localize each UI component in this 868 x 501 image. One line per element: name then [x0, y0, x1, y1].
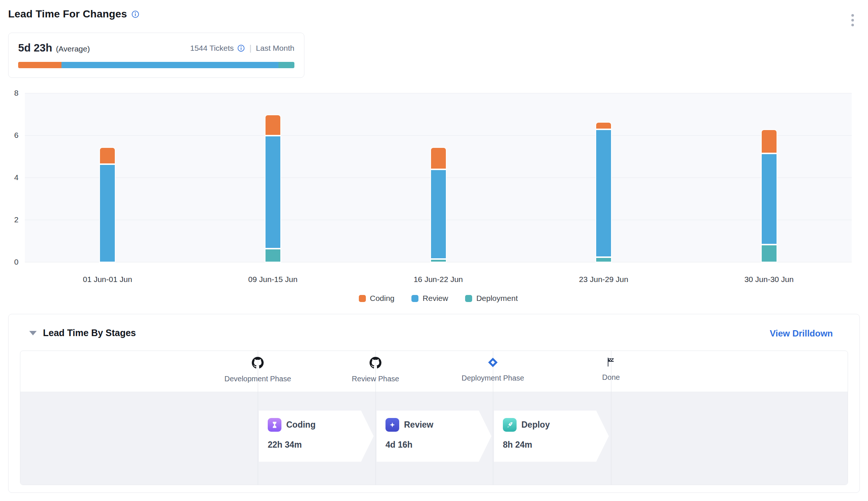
- bar-23Jun-29Jun-review[interactable]: [595, 129, 612, 257]
- summary-bar-segment-review: [61, 62, 278, 68]
- bar-09Jun-15Jun-review[interactable]: [265, 136, 281, 249]
- bar-30Jun-30Jun-deployment[interactable]: [761, 245, 777, 262]
- bar-01Jun-01Jun-review[interactable]: [99, 164, 116, 262]
- stages-table: Development Phase Review Phase Deploymen…: [20, 351, 848, 485]
- summary-distribution-bar: [18, 62, 294, 68]
- stages-panel-title: Lead Time By Stages: [43, 328, 136, 338]
- phase-label: Development Phase: [224, 375, 291, 383]
- sparkle-icon: [385, 418, 399, 432]
- legend-item-coding[interactable]: Coding: [359, 294, 395, 303]
- y-tick-label: 2: [2, 215, 19, 224]
- summary-bar-segment-deployment: [278, 62, 294, 68]
- x-tick-label: 09 Jun-15 Jun: [214, 275, 332, 284]
- stage-duration: 22h 34m: [268, 440, 374, 450]
- phase-done: Done: [555, 357, 667, 382]
- stage-card-coding[interactable]: Coding 22h 34m: [259, 411, 374, 462]
- bar-30Jun-30Jun-review[interactable]: [761, 153, 777, 244]
- stage-title: Coding: [286, 420, 316, 430]
- average-label: (Average): [56, 44, 90, 53]
- lead-time-by-stages-panel: Lead Time By Stages View Drilldown Devel…: [8, 314, 860, 493]
- stage-card-review[interactable]: Review 4d 16h: [377, 411, 491, 462]
- summary-card: 5d 23h (Average) 1544 Tickets | Last Mon…: [8, 33, 304, 78]
- phase-label: Done: [602, 373, 620, 382]
- y-tick-label: 0: [2, 258, 19, 266]
- bar-30Jun-30Jun-coding[interactable]: [761, 129, 777, 154]
- legend-item-deployment[interactable]: Deployment: [465, 294, 518, 303]
- x-tick-label: 16 Jun-22 Jun: [379, 275, 498, 284]
- stage-duration: 4d 16h: [385, 440, 491, 450]
- legend-label: Review: [423, 294, 448, 303]
- y-tick-label: 4: [2, 173, 19, 182]
- summary-bar-segment-coding: [18, 62, 61, 68]
- chart-plot-area: [25, 93, 852, 262]
- widget-header: Lead Time For Changes: [8, 8, 139, 20]
- phase-deployment: Deployment Phase: [437, 357, 548, 382]
- legend-swatch-icon: [465, 295, 472, 302]
- separator: |: [249, 43, 251, 53]
- average-lead-time: 5d 23h: [18, 42, 52, 54]
- phase-review: Review Phase: [320, 357, 431, 383]
- bar-16Jun-22Jun-coding[interactable]: [430, 147, 447, 169]
- bar-16Jun-22Jun-deployment[interactable]: [430, 259, 447, 262]
- tickets-info-icon[interactable]: [237, 44, 245, 52]
- checkered-flag-icon: [606, 357, 616, 369]
- legend-item-review[interactable]: Review: [411, 294, 448, 303]
- stage-card-deploy[interactable]: Deploy 8h 24m: [494, 411, 609, 462]
- deployment-diamond-icon: [487, 357, 498, 369]
- x-tick-label: 30 Jun-30 Jun: [710, 275, 828, 284]
- bar-23Jun-29Jun-coding[interactable]: [595, 122, 612, 129]
- phase-label: Deployment Phase: [462, 374, 524, 382]
- legend-swatch-icon: [411, 295, 418, 302]
- stages-collapse-toggle[interactable]: Lead Time By Stages: [29, 328, 136, 338]
- stage-title: Deploy: [521, 420, 550, 430]
- y-tick-label: 6: [2, 131, 19, 140]
- stage-title: Review: [404, 420, 433, 430]
- info-icon[interactable]: [131, 10, 139, 18]
- chart-legend: CodingReviewDeployment: [25, 294, 852, 303]
- page-title: Lead Time For Changes: [8, 8, 127, 20]
- phase-development: Development Phase: [202, 357, 313, 383]
- gridline-y8: [25, 93, 852, 93]
- github-icon: [370, 357, 381, 370]
- bar-09Jun-15Jun-coding[interactable]: [265, 115, 281, 136]
- bar-01Jun-01Jun-coding[interactable]: [99, 147, 116, 164]
- collapse-triangle-icon: [29, 331, 37, 335]
- bar-09Jun-15Jun-deployment[interactable]: [265, 249, 281, 262]
- kebab-menu-icon[interactable]: [850, 13, 855, 28]
- x-tick-label: 01 Jun-01 Jun: [48, 275, 167, 284]
- legend-swatch-icon: [359, 295, 366, 302]
- phase-label: Review Phase: [352, 375, 399, 383]
- view-drilldown-link[interactable]: View Drilldown: [770, 328, 833, 339]
- github-icon: [252, 357, 264, 370]
- bar-23Jun-29Jun-deployment[interactable]: [595, 257, 612, 262]
- period-label: Last Month: [256, 44, 294, 53]
- y-tick-label: 8: [2, 89, 19, 97]
- tickets-count: 1544 Tickets: [190, 44, 234, 53]
- gridline-y6: [25, 135, 852, 136]
- stage-duration: 8h 24m: [503, 440, 609, 450]
- bar-16Jun-22Jun-review[interactable]: [430, 169, 447, 259]
- rocket-icon: [503, 418, 517, 432]
- legend-label: Coding: [370, 294, 395, 303]
- hourglass-icon: [268, 418, 281, 432]
- x-tick-label: 23 Jun-29 Jun: [544, 275, 663, 284]
- legend-label: Deployment: [476, 294, 518, 303]
